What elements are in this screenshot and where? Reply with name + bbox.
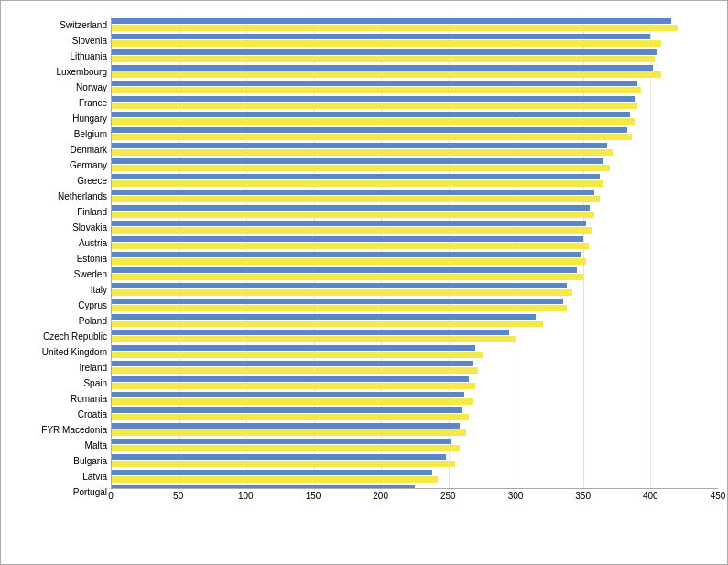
- bar-blue: [112, 267, 577, 273]
- bar-yellow: [112, 196, 600, 201]
- bar-yellow: [112, 103, 637, 108]
- x-axis: 050100150200250300350400450: [111, 489, 718, 507]
- y-label: Italy: [10, 282, 111, 298]
- bar-yellow: [112, 461, 455, 466]
- bar-blue: [112, 65, 653, 71]
- bar-blue: [112, 81, 637, 86]
- x-axis-tick: 350: [575, 491, 591, 501]
- bar-blue: [112, 314, 536, 320]
- y-label: Portugal: [10, 484, 111, 500]
- bar-blue: [112, 330, 509, 335]
- bar-yellow: [112, 398, 473, 404]
- bar-yellow: [112, 165, 610, 170]
- y-label: Belgium: [10, 126, 111, 142]
- bar-blue: [112, 205, 590, 211]
- bar-blue: [112, 345, 475, 351]
- y-label: FYR Macedonia: [10, 422, 111, 438]
- bar-yellow: [112, 180, 603, 186]
- y-label: Austria: [10, 235, 111, 251]
- x-axis-tick: 0: [108, 491, 114, 501]
- bar-blue: [112, 470, 432, 475]
- x-axis-tick: 250: [440, 491, 456, 501]
- bar-blue: [112, 158, 603, 164]
- bar-yellow: [112, 352, 483, 357]
- bar-blue: [112, 18, 671, 24]
- y-label: Malta: [10, 438, 111, 453]
- x-axis-tick: 200: [373, 491, 388, 501]
- y-label: Ireland: [10, 360, 111, 375]
- bar-blue: [112, 190, 594, 195]
- y-label: Poland: [10, 313, 111, 329]
- y-label: Hungary: [10, 111, 111, 126]
- bar-blue: [112, 439, 451, 444]
- bar-blue: [112, 143, 607, 148]
- y-label: Estonia: [10, 251, 111, 266]
- chart-area: SwitzerlandSloveniaLithuaniaLuxembourgNo…: [10, 17, 718, 507]
- bar-blue: [112, 299, 563, 304]
- bar-blue: [112, 34, 650, 39]
- bar-blue: [112, 96, 635, 102]
- bar-blue: [112, 361, 473, 366]
- y-label: Netherlands: [10, 189, 111, 204]
- bar-yellow: [112, 445, 460, 451]
- y-label: Bulgaria: [10, 453, 111, 469]
- bar-yellow: [112, 414, 469, 419]
- bar-yellow: [112, 134, 632, 139]
- bar-yellow: [112, 476, 438, 482]
- bar-yellow: [112, 87, 641, 92]
- x-axis-tick: 50: [173, 491, 183, 501]
- bars-and-xaxis: 050100150200250300350400450: [111, 17, 718, 507]
- bar-yellow: [112, 367, 478, 373]
- x-axis-tick: 400: [643, 491, 658, 501]
- bar-yellow: [112, 212, 594, 217]
- y-label: Czech Republic: [10, 329, 111, 344]
- bar-yellow: [112, 289, 572, 295]
- y-label: Slovakia: [10, 220, 111, 235]
- y-label: Slovenia: [10, 33, 111, 49]
- bar-yellow: [112, 274, 583, 279]
- y-label: Cyprus: [10, 298, 111, 313]
- bar-yellow: [112, 383, 475, 388]
- bar-blue: [112, 423, 460, 429]
- bar-yellow: [112, 25, 678, 30]
- y-label: France: [10, 95, 111, 111]
- bar-yellow: [112, 118, 635, 124]
- x-axis-tick: 300: [508, 491, 524, 501]
- y-label: Luxembourg: [10, 64, 111, 80]
- y-label: Romania: [10, 391, 111, 407]
- bar-blue: [112, 236, 583, 242]
- y-label: Finland: [10, 204, 111, 220]
- bar-blue: [112, 127, 627, 133]
- x-axis-tick: 450: [711, 491, 726, 501]
- y-label: Denmark: [10, 142, 111, 158]
- bar-yellow: [112, 321, 543, 326]
- bar-blue: [112, 407, 462, 413]
- y-label: United Kingdom: [10, 344, 111, 360]
- bar-yellow: [112, 305, 567, 310]
- bar-blue: [112, 376, 469, 382]
- bar-yellow: [112, 149, 613, 155]
- bar-blue: [112, 174, 600, 179]
- y-label: Latvia: [10, 469, 111, 484]
- bar-yellow: [112, 227, 592, 233]
- y-label: Lithuania: [10, 49, 111, 64]
- bar-blue: [112, 112, 630, 117]
- bar-blue: [112, 221, 586, 226]
- bar-yellow: [112, 40, 661, 46]
- x-axis-tick: 100: [238, 491, 254, 501]
- bar-yellow: [112, 71, 661, 77]
- y-label: Croatia: [10, 407, 111, 422]
- bar-yellow: [112, 56, 655, 61]
- bar-blue: [112, 49, 657, 55]
- y-labels: SwitzerlandSloveniaLithuaniaLuxembourgNo…: [10, 17, 111, 507]
- chart-container: SwitzerlandSloveniaLithuaniaLuxembourgNo…: [0, 0, 728, 565]
- y-label: Sweden: [10, 266, 111, 282]
- y-label: Norway: [10, 80, 111, 95]
- bar-yellow: [112, 258, 586, 264]
- bar-yellow: [112, 429, 466, 435]
- bar-blue: [112, 252, 581, 257]
- bar-blue: [112, 392, 464, 397]
- bar-blue: [112, 283, 567, 288]
- y-label: Spain: [10, 375, 111, 391]
- bar-yellow: [112, 336, 516, 342]
